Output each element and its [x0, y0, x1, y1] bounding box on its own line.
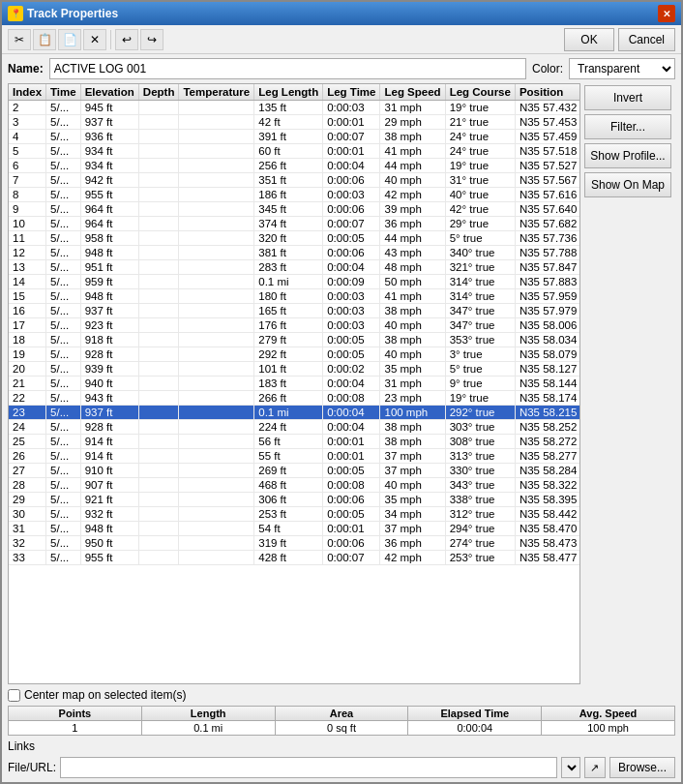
paste-button[interactable]: 📄	[58, 29, 81, 50]
table-cell: 918 ft	[80, 333, 138, 347]
table-row[interactable]: 95/...964 ft345 ft0:00:0639 mph42° trueN…	[9, 202, 580, 217]
table-row[interactable]: 115/...958 ft320 ft0:00:0544 mph5° trueN…	[9, 231, 580, 246]
table-cell	[138, 551, 179, 565]
invert-button[interactable]: Invert	[584, 85, 671, 110]
col-leg-speed: Leg Speed	[380, 84, 445, 101]
copy-button[interactable]: 📋	[33, 29, 56, 50]
table-row[interactable]: 315/...948 ft54 ft0:00:0137 mph294° true…	[9, 522, 580, 536]
table-row[interactable]: 85/...955 ft186 ft0:00:0342 mph40° trueN…	[9, 188, 580, 202]
table-row[interactable]: 215/...940 ft183 ft0:00:0431 mph9° trueN…	[9, 377, 580, 391]
table-cell: 0:00:04	[323, 406, 380, 420]
table-row[interactable]: 65/...934 ft256 ft0:00:0444 mph19° trueN…	[9, 159, 580, 173]
table-cell: 23 mph	[380, 391, 445, 406]
table-cell: 40 mph	[380, 347, 445, 362]
table-row[interactable]: 285/...907 ft468 ft0:00:0840 mph343° tru…	[9, 478, 580, 493]
table-cell: 0:00:09	[323, 275, 380, 289]
redo-button[interactable]: ↪	[140, 29, 163, 50]
show-profile-button[interactable]: Show Profile...	[584, 143, 671, 168]
table-cell: 31	[9, 522, 46, 536]
file-url-input[interactable]	[60, 757, 557, 778]
table-cell: 320 ft	[254, 231, 323, 246]
table-cell: 14	[9, 275, 46, 289]
table-cell: 42° true	[445, 202, 515, 217]
table-row[interactable]: 175/...923 ft176 ft0:00:0340 mph347° tru…	[9, 318, 580, 333]
table-cell: 29° true	[445, 217, 515, 231]
table-cell: 0:00:05	[323, 333, 380, 347]
table-cell: 955 ft	[80, 551, 138, 565]
table-row[interactable]: 255/...914 ft56 ft0:00:0138 mph308° true…	[9, 435, 580, 449]
table-cell: 330° true	[445, 464, 515, 478]
table-row[interactable]: 205/...939 ft101 ft0:00:0235 mph5° trueN…	[9, 362, 580, 377]
ok-button[interactable]: OK	[564, 28, 613, 51]
table-cell: 42 mph	[380, 551, 445, 565]
table-cell: 31 mph	[380, 101, 445, 115]
table-row[interactable]: 325/...950 ft319 ft0:00:0636 mph274° tru…	[9, 536, 580, 551]
undo-button[interactable]: ↩	[115, 29, 138, 50]
table-cell: 44 mph	[380, 159, 445, 173]
table-row[interactable]: 295/...921 ft306 ft0:00:0635 mph338° tru…	[9, 493, 580, 507]
stat-avg-speed: Avg. Speed 100 mph	[542, 707, 674, 735]
table-cell: 5/...	[46, 536, 81, 551]
cut-button[interactable]: ✂	[8, 29, 31, 50]
filter-button[interactable]: Filter...	[584, 114, 671, 139]
delete-button[interactable]: ✕	[83, 29, 106, 50]
table-cell	[138, 391, 179, 406]
table-cell: N35 58.034 W86 59.318	[515, 333, 580, 347]
table-cell: 0.1 mi	[254, 275, 323, 289]
table-row[interactable]: 185/...918 ft279 ft0:00:0538 mph353° tru…	[9, 333, 580, 347]
browse-button[interactable]: Browse...	[609, 757, 675, 778]
col-leg-length: Leg Length	[254, 84, 323, 101]
table-row[interactable]: 165/...937 ft165 ft0:00:0338 mph347° tru…	[9, 304, 580, 318]
table-cell: 351 ft	[254, 173, 323, 188]
table-row[interactable]: 275/...910 ft269 ft0:00:0537 mph330° tru…	[9, 464, 580, 478]
table-cell: 32	[9, 536, 46, 551]
table-row[interactable]: 225/...943 ft266 ft0:00:0823 mph19° true…	[9, 391, 580, 406]
table-cell: 180 ft	[254, 289, 323, 304]
show-on-map-button[interactable]: Show On Map	[584, 172, 671, 197]
table-row[interactable]: 25/...945 ft135 ft0:00:0331 mph19° trueN…	[9, 101, 580, 115]
table-cell: 35 mph	[380, 362, 445, 377]
center-map-checkbox[interactable]	[8, 689, 20, 702]
table-row[interactable]: 75/...942 ft351 ft0:00:0640 mph31° trueN…	[9, 173, 580, 188]
name-input[interactable]	[49, 58, 526, 79]
table-row[interactable]: 135/...951 ft283 ft0:00:0448 mph321° tru…	[9, 260, 580, 275]
table-cell: 24	[9, 420, 46, 435]
table-cell: 24° true	[445, 144, 515, 159]
table-cell: 934 ft	[80, 159, 138, 173]
table-row[interactable]: 145/...959 ft0.1 mi0:00:0950 mph314° tru…	[9, 275, 580, 289]
table-row[interactable]: 245/...928 ft224 ft0:00:0438 mph303° tru…	[9, 420, 580, 435]
toolbar: ✂ 📋 📄 ✕ ↩ ↪ OK Cancel	[2, 25, 681, 54]
stat-elapsed-time: Elapsed Time 0:00:04	[408, 707, 542, 735]
table-container[interactable]: Index Time Elevation Depth Temperature L…	[8, 83, 580, 684]
table-cell: 936 ft	[80, 130, 138, 144]
table-cell: 5/...	[46, 449, 81, 464]
table-row[interactable]: 55/...934 ft60 ft0:00:0141 mph24° trueN3…	[9, 144, 580, 159]
table-cell	[138, 406, 179, 420]
table-row[interactable]: 235/...937 ft0.1 mi0:00:04100 mph292° tr…	[9, 406, 580, 420]
table-row[interactable]: 105/...964 ft374 ft0:00:0736 mph29° true…	[9, 217, 580, 231]
table-row[interactable]: 265/...914 ft55 ft0:00:0137 mph313° true…	[9, 449, 580, 464]
file-url-dropdown[interactable]	[561, 757, 580, 778]
table-row[interactable]: 125/...948 ft381 ft0:00:0643 mph340° tru…	[9, 246, 580, 260]
table-row[interactable]: 195/...928 ft292 ft0:00:0540 mph3° trueN…	[9, 347, 580, 362]
table-cell: 253° true	[445, 551, 515, 565]
table-row[interactable]: 335/...955 ft428 ft0:00:0742 mph253° tru…	[9, 551, 580, 565]
cancel-button[interactable]: Cancel	[618, 28, 675, 51]
table-cell	[179, 391, 254, 406]
table-cell: 42 mph	[380, 188, 445, 202]
table-row[interactable]: 45/...936 ft391 ft0:00:0738 mph24° trueN…	[9, 130, 580, 144]
table-cell: 48 mph	[380, 260, 445, 275]
table-cell: 183 ft	[254, 377, 323, 391]
table-row[interactable]: 155/...948 ft180 ft0:00:0341 mph314° tru…	[9, 289, 580, 304]
table-cell	[179, 202, 254, 217]
table-cell	[179, 304, 254, 318]
table-cell	[179, 435, 254, 449]
table-cell: 5/...	[46, 435, 81, 449]
table-row[interactable]: 35/...937 ft42 ft0:00:0129 mph21° trueN3…	[9, 115, 580, 130]
table-row[interactable]: 305/...932 ft253 ft0:00:0534 mph312° tru…	[9, 507, 580, 522]
table-cell	[138, 217, 179, 231]
file-url-icon-button[interactable]: ↗	[584, 757, 606, 778]
table-cell: 279 ft	[254, 333, 323, 347]
color-select[interactable]: Transparent Black Red Blue	[569, 58, 675, 79]
close-button[interactable]: ✕	[658, 5, 675, 22]
